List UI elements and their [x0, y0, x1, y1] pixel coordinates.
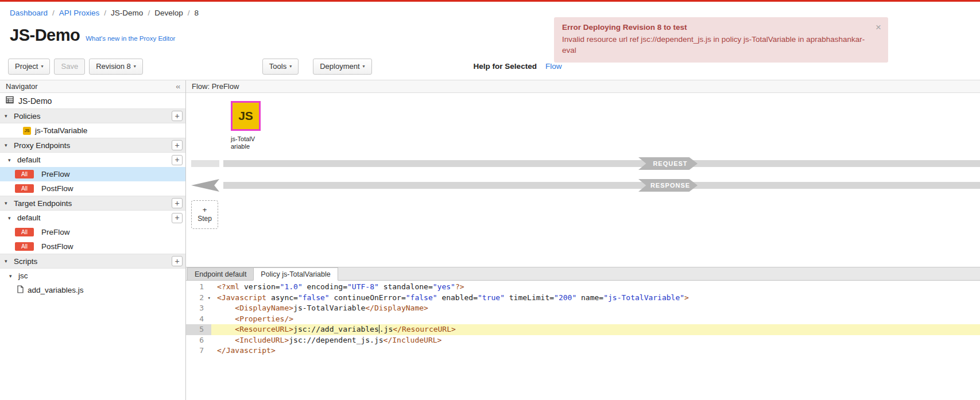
code-line[interactable]: 7</Javascript> — [186, 345, 980, 356]
line-number: 1 — [186, 282, 211, 293]
tools-button[interactable]: Tools ▾ — [262, 59, 299, 75]
proxy-icon — [6, 96, 14, 106]
save-button[interactable]: Save — [54, 59, 85, 75]
close-icon[interactable]: × — [876, 22, 881, 33]
chevron-down-icon: ▾ — [289, 64, 292, 69]
chevron-down-icon: ▾ — [9, 273, 15, 279]
code-line[interactable]: 1<?xml version="1.0" encoding="UTF-8" st… — [186, 282, 980, 293]
nav-section-proxy-endpoints[interactable]: ▾ Proxy Endpoints + — [0, 138, 185, 153]
page-title: JS-Demo — [10, 26, 80, 45]
add-step-label: Step — [197, 215, 212, 223]
line-number: 6 — [186, 335, 211, 346]
request-lane-bar — [223, 160, 980, 167]
add-target-endpoint-button[interactable]: + — [172, 198, 183, 208]
code-line-text: <?xml version="1.0" encoding="UTF-8" sta… — [211, 282, 980, 293]
code-editor[interactable]: 1<?xml version="1.0" encoding="UTF-8" st… — [186, 281, 980, 400]
nav-item-label: add_variables.js — [28, 286, 84, 294]
nav-item-label: PostFlow — [41, 184, 73, 193]
code-line[interactable]: 6 <IncludeURL>jsc://dependent_js.js</Inc… — [186, 335, 980, 346]
response-arrow-icon — [191, 179, 219, 192]
line-number: 4 — [186, 314, 211, 325]
nav-item-target-postflow[interactable]: All PostFlow — [0, 239, 185, 254]
all-flows-badge: All — [15, 170, 34, 178]
chevron-down-icon: ▾ — [5, 200, 10, 206]
nav-item-proxy-default[interactable]: ▾ default + — [0, 153, 185, 167]
whats-new-link[interactable]: What's new in the Proxy Editor — [86, 35, 175, 42]
nav-item-label: PreFlow — [41, 170, 70, 178]
tab-policy-js-totalvariable[interactable]: Policy js-TotalVariable — [253, 267, 338, 281]
code-line[interactable]: 2▾<Javascript async="false" continueOnEr… — [186, 293, 980, 304]
policy-node-label-line2: ariable — [231, 143, 255, 150]
add-flow-button[interactable]: + — [172, 213, 183, 223]
deployment-button-label: Deployment — [320, 62, 359, 71]
breadcrumb-dashboard[interactable]: Dashboard — [10, 9, 48, 17]
all-flows-badge: All — [15, 242, 34, 251]
all-flows-badge: All — [15, 184, 34, 193]
project-button[interactable]: Project ▾ — [8, 59, 50, 75]
policy-node-js[interactable]: JS — [231, 101, 261, 131]
breadcrumb-develop: Develop — [154, 9, 183, 17]
error-toast-title: Error Deploying Revision 8 to test — [562, 23, 865, 32]
chevron-down-icon: ▾ — [134, 64, 136, 69]
nav-item-target-preflow[interactable]: All PreFlow — [0, 225, 185, 239]
nav-item-label: js-TotalVariable — [35, 126, 87, 135]
nav-item-label: default — [17, 213, 41, 222]
nav-item-add-variables-js[interactable]: add_variables.js — [0, 283, 185, 297]
all-flows-badge: All — [15, 228, 34, 236]
deployment-button[interactable]: Deployment ▾ — [313, 59, 371, 75]
tools-button-label: Tools — [269, 62, 286, 71]
code-line-text: <DisplayName>js-TotalVariable</DisplayNa… — [211, 303, 980, 314]
error-toast: Error Deploying Revision 8 to test Inval… — [554, 17, 888, 63]
nav-item-jsc-folder[interactable]: ▾ jsc — [0, 269, 185, 283]
nav-section-policies[interactable]: ▾ Policies + — [0, 108, 185, 123]
add-script-button[interactable]: + — [172, 256, 183, 266]
breadcrumb-revision: 8 — [194, 9, 199, 17]
nav-item-js-totalvariable[interactable]: JS js-TotalVariable — [0, 123, 185, 138]
request-lane-segment — [191, 160, 219, 167]
nav-item-js-demo[interactable]: JS-Demo — [0, 93, 185, 108]
line-number: 7 — [186, 345, 211, 356]
nav-item-proxy-postflow[interactable]: All PostFlow — [0, 181, 185, 196]
nav-section-label: Policies — [14, 112, 41, 121]
nav-section-target-endpoints[interactable]: ▾ Target Endpoints + — [0, 196, 185, 211]
policy-node-label-line1: js-TotalV — [231, 135, 255, 143]
breadcrumb-separator: / — [104, 9, 106, 17]
code-line[interactable]: 4 <Properties/> — [186, 314, 980, 325]
fold-icon[interactable]: ▾ — [208, 293, 211, 304]
plus-icon: + — [203, 207, 207, 213]
add-flow-button[interactable]: + — [172, 155, 183, 165]
response-lane-bar — [223, 182, 980, 189]
help-flow-link[interactable]: Flow — [545, 62, 562, 71]
code-line-text: <Javascript async="false" continueOnErro… — [211, 293, 980, 304]
code-line[interactable]: 5 <ResourceURL>jsc://add_variables.js</R… — [186, 324, 980, 335]
nav-item-label: PreFlow — [41, 228, 70, 236]
help-for-selected-label: Help for Selected — [474, 62, 537, 71]
collapse-panel-icon[interactable]: ‹‹ — [176, 82, 180, 91]
nav-item-proxy-preflow[interactable]: All PreFlow — [0, 167, 185, 181]
file-icon — [17, 285, 24, 295]
error-toast-message: Invalid resource url ref jsc://dependent… — [562, 34, 865, 56]
nav-item-label: default — [17, 156, 41, 164]
chevron-down-icon: ▾ — [5, 142, 10, 148]
flow-header: Flow: PreFlow — [186, 80, 980, 93]
tab-endpoint-default[interactable]: Endpoint default — [187, 267, 254, 280]
code-line-text: <ResourceURL>jsc://add_variables.js</Res… — [211, 324, 980, 335]
add-proxy-endpoint-button[interactable]: + — [172, 140, 183, 150]
editor-tab-bar: Endpoint default Policy js-TotalVariable — [186, 267, 980, 281]
add-policy-button[interactable]: + — [172, 111, 183, 121]
navigator-panel: Navigator ‹‹ JS-Demo ▾ Policies + JS js-… — [0, 80, 186, 400]
chevron-down-icon: ▾ — [363, 64, 365, 69]
nav-section-scripts[interactable]: ▾ Scripts + — [0, 254, 185, 269]
save-button-label: Save — [61, 62, 78, 71]
code-line[interactable]: 3 <DisplayName>js-TotalVariable</Display… — [186, 303, 980, 314]
nav-section-label: Scripts — [14, 257, 37, 266]
nav-item-target-default[interactable]: ▾ default + — [0, 211, 185, 225]
revision-button[interactable]: Revision 8 ▾ — [89, 59, 143, 75]
chevron-down-icon: ▾ — [5, 113, 10, 119]
js-policy-icon: JS — [23, 127, 31, 135]
line-number: 5 — [186, 324, 211, 335]
flow-panel: Flow: PreFlow JS js-TotalV ariable REQUE… — [186, 80, 980, 400]
breadcrumb-api-proxies[interactable]: API Proxies — [59, 9, 100, 17]
add-step-button[interactable]: + Step — [191, 200, 218, 229]
navigator-header: Navigator ‹‹ — [0, 80, 185, 93]
